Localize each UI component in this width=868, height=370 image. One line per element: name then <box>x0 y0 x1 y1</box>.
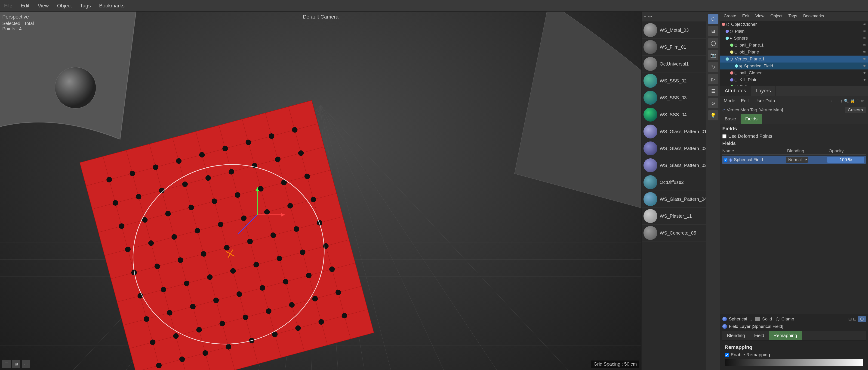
bfr-tab-field[interactable]: Field <box>750 331 769 340</box>
material-item[interactable]: WS_Film_01 <box>642 39 706 56</box>
tree-item-icon: ⬡ <box>734 71 738 75</box>
solid-label: Solid <box>762 316 772 322</box>
tree-header-tags[interactable]: Tags <box>786 13 799 19</box>
viewport-grid-icon[interactable]: ⊞ <box>12 360 20 368</box>
tab-attributes[interactable]: Attributes <box>720 86 751 96</box>
sub-tab-fields[interactable]: Fields <box>741 114 762 124</box>
expand-button[interactable]: ⬡ <box>858 316 866 322</box>
tree-item-icon: ⬡ <box>730 57 733 61</box>
menu-edit[interactable]: Edit <box>19 2 31 10</box>
right-icon-toolbar: ⬡ ⊞ ◯ 📷 ↻ ▷ ☰ ⊙ 💡 <box>706 11 720 370</box>
tree-eye-icon[interactable]: 👁 <box>863 36 866 40</box>
use-deformed-checkbox[interactable] <box>722 134 726 139</box>
tree-eye-icon[interactable]: 👁 <box>863 29 866 33</box>
material-item[interactable]: OctDiffuse2 <box>642 174 706 191</box>
bfr-tab-blending[interactable]: Blending <box>722 331 750 340</box>
icon-anim[interactable]: ▷ <box>708 74 718 84</box>
tree-item[interactable]: ⬡ Plain 👁 <box>720 28 868 35</box>
viewport-list-icon[interactable]: ☰ <box>2 360 11 368</box>
icon-light[interactable]: 💡 <box>708 110 718 120</box>
tree-item-label: ObjectCloner <box>731 22 757 27</box>
menu-view[interactable]: View <box>36 2 51 10</box>
spherical-label[interactable]: Spherical ... <box>729 316 752 322</box>
bottom-props: Spherical ... Solid ⬡ Clamp ⊞ ⊟ ⬡ Field … <box>720 314 868 370</box>
menu-tags[interactable]: Tags <box>78 2 92 10</box>
mat-toolbar-icon2[interactable]: ✏ <box>648 14 652 20</box>
tree-item[interactable]: ⬡ ball_Cloner 👁 <box>720 69 868 77</box>
gradient-bar[interactable] <box>725 359 863 366</box>
tree-eye-icon[interactable]: 👁 <box>863 23 866 26</box>
viewport-dots-icon[interactable]: ⋯ <box>22 360 30 368</box>
menu-object[interactable]: Object <box>55 2 74 10</box>
field-blending[interactable]: Normal Add Multiply <box>786 156 827 163</box>
tree-item[interactable]: ⌒ Spline 👁 <box>720 83 868 86</box>
field-opacity[interactable]: 100 % <box>827 157 864 163</box>
solid-color-swatch[interactable] <box>755 317 760 321</box>
header-opacity: Opacity <box>829 148 866 153</box>
fields-table-row[interactable]: ◉ Spherical Field Normal Add Multiply 10… <box>722 155 866 164</box>
tree-eye-icon[interactable]: 👁 <box>863 71 866 75</box>
material-item[interactable]: WS_SSS_04 <box>642 106 706 123</box>
icon-scene[interactable]: ☰ <box>708 86 718 96</box>
tree-item[interactable]: ⬡ ball_Plane.1 👁 <box>720 42 868 49</box>
material-item[interactable]: WS_Glass_Pattern_01 <box>642 123 706 140</box>
tree-item[interactable]: ⬡ Kill_Plain 👁 <box>720 77 868 83</box>
icon-hierarchy[interactable]: ⊞ <box>708 26 718 36</box>
material-item[interactable]: WS_Metal_03 <box>642 22 706 39</box>
vm-icon: ⊙ <box>722 108 725 112</box>
material-item[interactable]: WS_SSS_03 <box>642 89 706 106</box>
material-item[interactable]: WS_Plaster_11 <box>642 208 706 225</box>
tree-header-bookmarks[interactable]: Bookmarks <box>801 13 826 19</box>
material-sphere <box>644 141 657 155</box>
enable-remapping-checkbox[interactable] <box>725 353 729 357</box>
tree-item[interactable]: ⬡ Vertex_Plane.1 👁 <box>720 56 868 62</box>
attr-tabs: Attributes Layers <box>720 86 868 96</box>
tab-layers[interactable]: Layers <box>751 86 776 96</box>
icon-tags[interactable]: ⊙ <box>708 98 718 108</box>
material-item[interactable]: OctUniversal1 <box>642 56 706 73</box>
tree-eye-icon[interactable]: 👁 <box>863 50 866 54</box>
blending-select[interactable]: Normal Add Multiply <box>786 156 808 163</box>
scene-canvas[interactable] <box>0 11 642 370</box>
tree-item-icon: ◉ <box>739 64 742 68</box>
icon-object[interactable]: ⬡ <box>708 14 718 24</box>
menu-file[interactable]: File <box>2 2 14 10</box>
tree-eye-icon[interactable]: 👁 <box>863 43 866 47</box>
tree-dot <box>730 44 734 47</box>
field-enabled-checkbox[interactable] <box>724 158 727 162</box>
bfr-tab-remapping[interactable]: Remapping <box>769 331 802 340</box>
tree-item[interactable]: ● Sphere 👁 <box>720 35 868 42</box>
fields-section: Fields Use Deformed Points Fields Name B… <box>720 124 868 314</box>
tree-item[interactable]: ⬡ ObjectCloner 👁 <box>720 21 868 28</box>
tree-eye-icon[interactable]: 👁 <box>863 64 866 68</box>
mode-label[interactable]: Mode <box>722 98 737 104</box>
material-item[interactable]: WS_Glass_Pattern_02 <box>642 140 706 157</box>
tree-header-view[interactable]: View <box>753 13 766 19</box>
tree-header-object[interactable]: Object <box>769 13 784 19</box>
tree-header-edit[interactable]: Edit <box>740 13 751 19</box>
clamp-icon[interactable]: ⬡ <box>776 316 780 322</box>
userdata-label[interactable]: User Data <box>753 98 777 104</box>
icon-render[interactable]: 📷 <box>708 50 718 60</box>
material-item[interactable]: WS_Glass_Pattern_03 <box>642 157 706 174</box>
edit-label[interactable]: Edit <box>739 98 750 104</box>
custom-label[interactable]: Custom <box>845 107 866 113</box>
material-item[interactable]: WS_Concrete_05 <box>642 225 706 241</box>
menu-bookmarks[interactable]: Bookmarks <box>97 2 126 10</box>
icon-materials[interactable]: ◯ <box>708 38 718 48</box>
tree-eye-icon[interactable]: 👁 <box>863 78 866 82</box>
viewport[interactable]: Perspective Default Camera Selected Tota… <box>0 11 642 370</box>
selected-label: Selected <box>2 21 20 26</box>
top-menu-bar: File Edit View Object Tags Bookmarks <box>0 0 868 11</box>
tree-item-label: ball_Cloner <box>739 70 762 76</box>
mat-toolbar-icon1[interactable]: + <box>644 14 646 19</box>
tree-header-create[interactable]: Create <box>722 13 738 19</box>
material-item[interactable]: WS_Glass_Pattern_04 <box>642 191 706 208</box>
icon-deform[interactable]: ↻ <box>708 62 718 72</box>
tree-item[interactable]: ◉ Spherical Field 👁 <box>720 62 868 69</box>
tree-item[interactable]: ⬡ obj_Plane 👁 <box>720 49 868 56</box>
material-sphere <box>644 159 657 172</box>
sub-tab-basic[interactable]: Basic <box>720 114 741 124</box>
tree-eye-icon[interactable]: 👁 <box>863 57 866 61</box>
material-item[interactable]: WS_SSS_02 <box>642 73 706 89</box>
